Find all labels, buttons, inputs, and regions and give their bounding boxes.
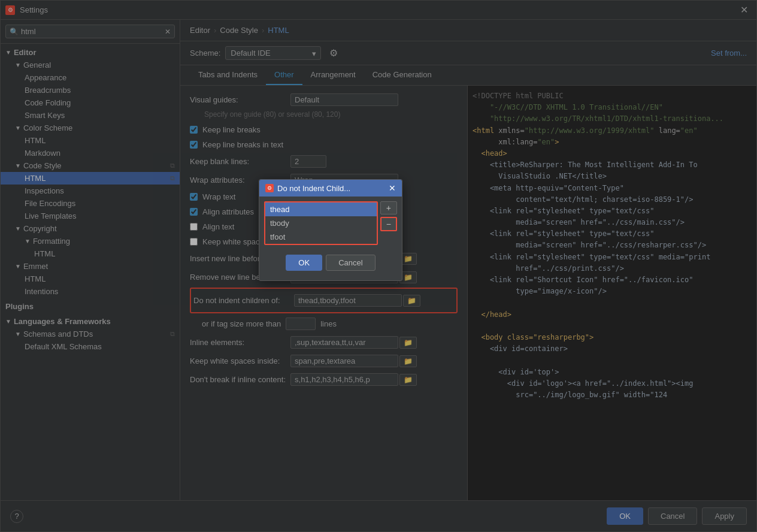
dialog-list-item-thead[interactable]: thead — [265, 202, 377, 216]
remove-item-button[interactable]: − — [380, 217, 397, 231]
dialog-overlay: ⚙ Do not Indent Child... ✕ thead tbody t… — [0, 0, 757, 532]
dialog-title: Do not Indent Child... — [277, 184, 385, 193]
dialog-cancel-button[interactable]: Cancel — [326, 255, 375, 271]
dialog-footer: OK Cancel — [264, 250, 397, 276]
dialog-titlebar: ⚙ Do not Indent Child... ✕ — [259, 180, 402, 197]
dialog-list-item-tbody[interactable]: tbody — [265, 216, 377, 230]
dialog-list-area: thead tbody tfoot + − — [264, 201, 397, 250]
dialog-controls: + − — [380, 201, 397, 250]
dialog-list: thead tbody tfoot — [264, 201, 378, 245]
dialog-icon: ⚙ — [265, 184, 274, 192]
dialog-body: thead tbody tfoot + − OK Cancel — [259, 197, 402, 280]
dialog: ⚙ Do not Indent Child... ✕ thead tbody t… — [259, 179, 402, 281]
dialog-ok-button[interactable]: OK — [286, 255, 322, 271]
dialog-list-item-tfoot[interactable]: tfoot — [265, 230, 377, 244]
dialog-close-icon[interactable]: ✕ — [389, 183, 396, 193]
add-item-button[interactable]: + — [380, 201, 397, 214]
